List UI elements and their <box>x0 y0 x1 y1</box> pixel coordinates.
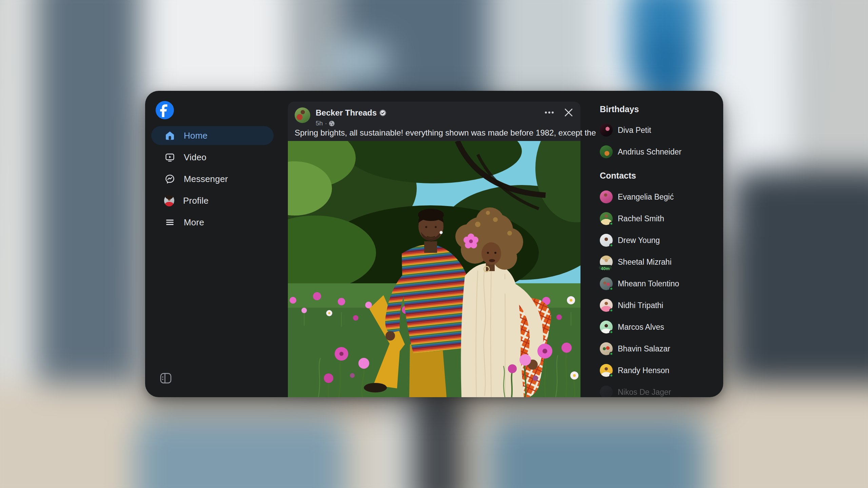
person-name: Andrius Schneider <box>618 147 682 157</box>
post-author-avatar[interactable] <box>295 107 310 123</box>
sidebar-item-label: Profile <box>183 196 209 206</box>
facebook-window: Home Video Messenger Profile <box>145 91 723 397</box>
birthday-row[interactable]: Andrius Schneider <box>600 141 723 163</box>
contact-row[interactable]: Mheann Tolentino <box>600 273 723 294</box>
right-rail: Birthdays Diva Petit Andrius Schneider C… <box>600 91 723 397</box>
active-time-badge: 40m <box>598 265 613 270</box>
sidebar-toggle-icon <box>160 373 172 384</box>
sidebar-item-label: More <box>184 217 204 228</box>
sidebar-item-messenger[interactable]: Messenger <box>151 169 274 188</box>
person-name: Nidhi Tripathi <box>618 301 663 310</box>
contacts-heading: Contacts <box>600 171 636 181</box>
sidebar-item-video[interactable]: Video <box>151 148 274 167</box>
sidebar-item-home[interactable]: Home <box>151 126 274 145</box>
online-dot <box>609 308 613 312</box>
person-name: Sheetal Mizrahi <box>618 258 672 267</box>
person-name: Rachel Smith <box>618 214 664 223</box>
online-dot <box>609 287 613 291</box>
person-name: Drew Young <box>618 236 660 245</box>
sidebar-item-label: Messenger <box>184 174 228 184</box>
globe-audience-icon <box>329 121 335 126</box>
more-icon <box>165 217 175 227</box>
close-icon <box>564 108 573 117</box>
contact-row[interactable]: Bhavin Salazar <box>600 338 723 360</box>
avatar <box>600 190 613 203</box>
post-text: Spring brights, all sustainable! everyth… <box>295 128 566 138</box>
online-dot <box>609 243 613 247</box>
contact-row[interactable]: Marcos Alves <box>600 316 723 338</box>
person-name: Randy Henson <box>618 366 669 375</box>
profile-avatar <box>164 195 174 206</box>
messenger-icon <box>165 174 175 184</box>
post-timestamp: 5h <box>316 120 323 127</box>
post-header: Becker Threads 5h · <box>295 107 386 127</box>
contacts-list: Evangelia Begić Rachel Smith Drew Young … <box>600 186 723 397</box>
person-name: Marcos Alves <box>618 323 664 332</box>
post-card: Becker Threads 5h · <box>288 102 580 397</box>
person-name: Mheann Tolentino <box>618 279 679 288</box>
avatar <box>600 124 613 137</box>
birthdays-list: Diva Petit Andrius Schneider <box>600 119 723 163</box>
sidebar-item-more[interactable]: More <box>151 213 274 232</box>
facebook-logo[interactable] <box>156 101 174 119</box>
contact-row[interactable]: Nidhi Tripathi <box>600 294 723 316</box>
contact-row[interactable]: Rachel Smith <box>600 208 723 229</box>
post-author-name[interactable]: Becker Threads <box>316 108 377 118</box>
person-name: Evangelia Begić <box>618 192 674 202</box>
contact-row[interactable]: Evangelia Begić <box>600 186 723 208</box>
sidebar-toggle-button[interactable] <box>160 373 172 384</box>
close-button[interactable] <box>564 108 573 117</box>
person-name: Nikos De Jager <box>618 388 671 397</box>
avatar <box>600 386 613 397</box>
avatar <box>600 145 613 158</box>
more-options-button[interactable] <box>545 111 554 114</box>
person-name: Bhavin Salazar <box>618 344 670 353</box>
birthdays-heading: Birthdays <box>600 104 639 114</box>
sidebar-item-label: Home <box>184 130 208 141</box>
contact-row[interactable]: Drew Young <box>600 229 723 251</box>
birthday-row[interactable]: Diva Petit <box>600 119 723 141</box>
person-name: Diva Petit <box>618 126 651 135</box>
sidebar-item-label: Video <box>184 152 206 163</box>
contact-row[interactable]: Nikos De Jager <box>600 381 723 397</box>
online-dot <box>609 330 613 334</box>
video-icon <box>165 152 175 162</box>
contact-row[interactable]: Randy Henson <box>600 360 723 381</box>
online-dot <box>609 373 613 378</box>
post-photo[interactable] <box>288 141 580 397</box>
sidebar-nav: Home Video Messenger Profile <box>151 126 274 235</box>
online-dot <box>609 352 613 356</box>
contact-row[interactable]: 40m Sheetal Mizrahi <box>600 251 723 273</box>
verified-badge-icon <box>379 109 386 116</box>
sidebar-item-profile[interactable]: Profile <box>151 191 274 210</box>
more-options-icon <box>545 111 554 114</box>
home-icon <box>165 130 175 141</box>
online-dot <box>609 222 613 226</box>
